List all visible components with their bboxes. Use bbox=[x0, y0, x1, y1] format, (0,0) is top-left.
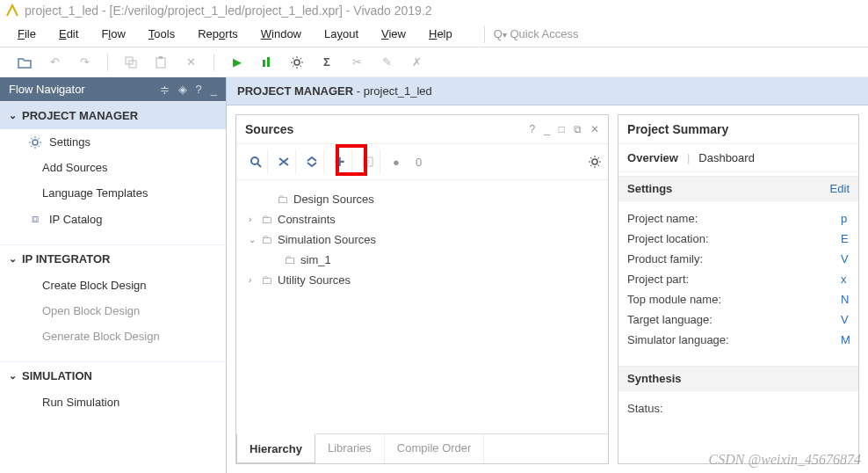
expand-all-icon[interactable] bbox=[300, 149, 324, 174]
nav-run-simulation[interactable]: Run Simulation bbox=[0, 389, 226, 415]
svg-point-8 bbox=[251, 157, 258, 164]
pm-header-prefix: PROJECT MANAGER bbox=[237, 84, 353, 98]
nav-item-label: Create Block Design bbox=[42, 279, 147, 292]
delete-icon[interactable]: ✕ bbox=[184, 55, 198, 69]
float-icon[interactable]: ⧉ bbox=[574, 123, 582, 135]
tab-dashboard[interactable]: Dashboard bbox=[698, 151, 755, 164]
nav-group-label: PROJECT MANAGER bbox=[22, 109, 138, 122]
paste-icon[interactable] bbox=[154, 55, 168, 69]
undo-icon[interactable]: ↶ bbox=[47, 55, 61, 69]
highlight-icon[interactable]: ✎ bbox=[380, 55, 394, 69]
pin-icon[interactable]: ◈ bbox=[178, 83, 187, 96]
sources-tree[interactable]: 🗀 Design Sources › 🗀 Constraints ⌄ 🗀 Sim… bbox=[236, 180, 608, 433]
settings-icon[interactable] bbox=[290, 55, 304, 69]
tab-libraries[interactable]: Libraries bbox=[315, 434, 385, 463]
tree-design-sources[interactable]: 🗀 Design Sources bbox=[249, 189, 596, 209]
menu-view[interactable]: View bbox=[381, 27, 406, 40]
close-icon[interactable]: ✕ bbox=[590, 123, 599, 135]
tree-sim-1[interactable]: 🗀 sim_1 bbox=[249, 250, 596, 270]
synthesis-section-header: Synthesis bbox=[618, 366, 858, 391]
nav-item-label: Settings bbox=[49, 135, 90, 149]
minimize-icon[interactable]: _ bbox=[544, 123, 550, 135]
svg-point-7 bbox=[33, 140, 38, 145]
tree-utility-sources[interactable]: › 🗀 Utility Sources bbox=[249, 270, 596, 290]
menu-edit[interactable]: Edit bbox=[59, 27, 78, 40]
minimize-icon[interactable]: _ bbox=[211, 83, 217, 96]
show-top-icon[interactable]: ? bbox=[356, 149, 380, 174]
flow-navigator-header: Flow Navigator ≑ ◈ ? _ bbox=[0, 77, 226, 101]
project-summary-body: Settings Edit Project name:p Project loc… bbox=[618, 172, 858, 429]
tree-constraints[interactable]: › 🗀 Constraints bbox=[249, 209, 596, 229]
nav-item-label: Run Simulation bbox=[42, 396, 119, 409]
menu-flow[interactable]: Flow bbox=[101, 27, 125, 40]
sigma-icon[interactable]: Σ bbox=[320, 55, 334, 69]
menubar: File Edit Flow Tools Reports Window Layo… bbox=[0, 21, 868, 47]
row-project-name: Project name:p bbox=[627, 208, 850, 229]
nav-settings[interactable]: Settings bbox=[0, 129, 226, 155]
separator bbox=[484, 25, 485, 43]
folder-icon: 🗀 bbox=[284, 253, 295, 266]
redo-icon[interactable]: ↷ bbox=[77, 55, 91, 69]
help-icon[interactable]: ? bbox=[529, 123, 535, 135]
nav-ip-catalog[interactable]: ⧈ IP Catalog bbox=[0, 206, 226, 232]
svg-text:?: ? bbox=[365, 158, 370, 167]
nav-open-block-design: Open Block Design bbox=[0, 298, 226, 324]
nav-group-project-manager[interactable]: ⌄ PROJECT MANAGER bbox=[0, 101, 226, 129]
project-manager-header: PROJECT MANAGER - project_1_led bbox=[227, 77, 868, 106]
sources-bottom-tabs: Hierarchy Libraries Compile Order bbox=[236, 433, 608, 463]
folder-icon: 🗀 bbox=[261, 233, 272, 246]
help-icon[interactable]: ? bbox=[196, 83, 202, 96]
flow-navigator-title: Flow Navigator bbox=[9, 83, 85, 96]
tree-label: Simulation Sources bbox=[278, 233, 376, 246]
tab-overview[interactable]: Overview bbox=[627, 151, 678, 164]
nav-group-ip-integrator[interactable]: ⌄ IP INTEGRATOR bbox=[0, 244, 226, 273]
svg-point-12 bbox=[592, 159, 597, 164]
menu-file[interactable]: File bbox=[18, 27, 36, 40]
settings-section-body: Project name:p Project location:E Produc… bbox=[618, 201, 858, 357]
settings-section-header: Settings Edit bbox=[618, 176, 858, 201]
nav-group-simulation[interactable]: ⌄ SIMULATION bbox=[0, 361, 226, 389]
nav-add-sources[interactable]: Add Sources bbox=[0, 155, 226, 180]
search-icon[interactable] bbox=[243, 149, 268, 174]
folder-icon: 🗀 bbox=[261, 213, 272, 226]
flow-navigator: Flow Navigator ≑ ◈ ? _ ⌄ PROJECT MANAGER… bbox=[0, 77, 227, 473]
open-icon[interactable] bbox=[18, 55, 32, 69]
quick-access-input[interactable]: Q▾ Quick Access bbox=[494, 27, 850, 40]
nav-language-templates[interactable]: Language Templates bbox=[0, 180, 226, 206]
collapse-icon[interactable]: ≑ bbox=[160, 83, 170, 96]
row-target-language: Target language:V bbox=[627, 309, 850, 330]
titlebar: project_1_led - [E:/verilog/project_1_le… bbox=[0, 0, 868, 21]
menu-help[interactable]: Help bbox=[429, 27, 452, 40]
menu-tools[interactable]: Tools bbox=[148, 27, 175, 40]
nav-create-block-design[interactable]: Create Block Design bbox=[0, 273, 226, 298]
cut-icon[interactable]: ✂ bbox=[350, 55, 364, 69]
folder-icon: 🗀 bbox=[261, 273, 272, 287]
timing-icon[interactable] bbox=[260, 55, 274, 69]
project-manager-body: Sources ? _ □ ⧉ ✕ bbox=[227, 106, 868, 473]
menu-layout[interactable]: Layout bbox=[324, 27, 358, 40]
row-top-module-name: Top module name:N bbox=[627, 289, 850, 309]
nav-item-label: Add Sources bbox=[42, 161, 107, 174]
project-summary-title: Project Summary bbox=[627, 122, 728, 136]
run-icon[interactable]: ▶ bbox=[230, 55, 244, 69]
flow-navigator-body: ⌄ PROJECT MANAGER Settings Add Sources L… bbox=[0, 101, 226, 473]
collapse-all-icon[interactable] bbox=[271, 149, 296, 174]
edit-link[interactable]: Edit bbox=[830, 182, 850, 195]
tree-simulation-sources[interactable]: ⌄ 🗀 Simulation Sources bbox=[249, 229, 596, 250]
panel-settings-icon[interactable] bbox=[589, 156, 601, 168]
add-sources-icon[interactable]: + bbox=[328, 149, 352, 174]
tab-compile-order[interactable]: Compile Order bbox=[385, 434, 485, 463]
row-product-family: Product family:V bbox=[627, 249, 850, 269]
ip-icon: ⧈ bbox=[28, 212, 42, 226]
menu-reports[interactable]: Reports bbox=[198, 27, 238, 40]
pm-header-suffix: - project_1_led bbox=[353, 84, 432, 98]
filter-icon[interactable]: ● bbox=[384, 149, 409, 174]
separator: | bbox=[687, 151, 690, 164]
nav-item-label: Open Block Design bbox=[42, 304, 140, 317]
maximize-icon[interactable]: □ bbox=[559, 123, 565, 135]
chevron-down-icon: ⌄ bbox=[9, 370, 17, 382]
tab-hierarchy[interactable]: Hierarchy bbox=[236, 433, 315, 463]
menu-window[interactable]: Window bbox=[261, 27, 301, 40]
unknown-icon[interactable]: ✗ bbox=[409, 55, 423, 69]
copy-icon[interactable] bbox=[124, 55, 138, 69]
